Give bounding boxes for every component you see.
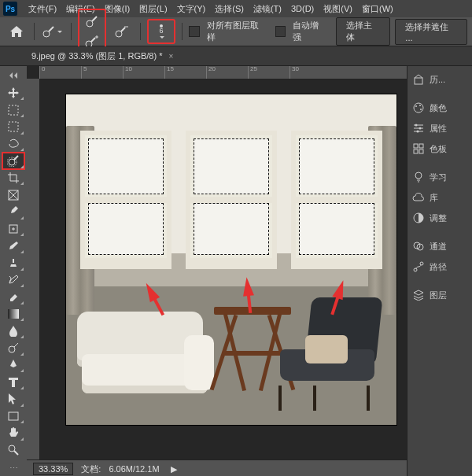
svg-point-15 — [414, 103, 423, 113]
spot-heal-tool[interactable] — [2, 221, 24, 238]
panel-properties[interactable]: 属性 — [407, 118, 472, 138]
menu-type[interactable]: 文字(Y) — [172, 0, 211, 17]
docsize-label: 文档: — [81, 463, 101, 475]
brush-tool[interactable] — [2, 238, 24, 254]
svg-rect-23 — [419, 144, 423, 148]
svg-point-3 — [116, 31, 122, 37]
panel-layers[interactable]: 图层 — [407, 285, 472, 305]
svg-rect-14 — [415, 78, 422, 84]
menu-layer[interactable]: 图层(L) — [135, 0, 171, 17]
home-icon[interactable] — [5, 21, 28, 42]
svg-point-11 — [9, 346, 15, 352]
panel-history[interactable]: 历... — [407, 69, 472, 90]
window-frame — [186, 131, 277, 269]
pen-tool[interactable] — [2, 357, 24, 374]
panel-label: 通道 — [430, 241, 447, 253]
svg-point-26 — [415, 172, 422, 179]
contrast-icon — [412, 212, 425, 224]
crop-tool[interactable] — [2, 170, 24, 186]
annotation-arrow-icon — [138, 275, 160, 302]
panel-label: 调整 — [430, 212, 447, 224]
ruler-tick: 10 — [123, 66, 164, 79]
rectangle-tool[interactable] — [2, 408, 24, 425]
panel-adjustments[interactable]: 调整 — [407, 208, 472, 228]
tools-panel: ⋯ — [0, 66, 27, 476]
dodge-tool[interactable] — [2, 340, 24, 356]
ruler-tick: 15 — [164, 66, 206, 79]
brush-size-dropdown[interactable]: 6 — [149, 21, 173, 42]
artboard-tool[interactable] — [2, 101, 24, 118]
panel-label: 色板 — [430, 143, 447, 155]
svg-point-13 — [9, 445, 15, 452]
sliders-icon — [412, 122, 425, 135]
path-select-tool[interactable] — [2, 391, 24, 408]
history-icon — [412, 73, 425, 86]
lasso-tool[interactable] — [2, 136, 24, 153]
clone-stamp-tool[interactable] — [2, 255, 24, 271]
zoom-field[interactable]: 33.33% — [33, 463, 73, 475]
menu-view[interactable]: 视图(V) — [319, 0, 357, 17]
menu-3d[interactable]: 3D(D) — [286, 0, 319, 17]
status-caret-icon[interactable]: ▶ — [171, 464, 177, 474]
subtract-from-selection-button[interactable] — [111, 21, 134, 42]
panel-label: 颜色 — [430, 102, 447, 114]
hand-tool[interactable] — [2, 425, 24, 441]
lightbulb-icon — [412, 171, 425, 183]
svg-point-16 — [415, 105, 417, 107]
move-tool[interactable] — [2, 85, 24, 101]
new-selection-button[interactable] — [80, 11, 104, 31]
paths-icon — [412, 260, 425, 273]
document-canvas[interactable] — [66, 94, 396, 425]
svg-rect-24 — [414, 149, 418, 153]
annotation-arrow-icon — [241, 271, 254, 296]
selection-marquee — [88, 203, 164, 255]
panel-swatches[interactable]: 色板 — [407, 138, 472, 159]
sample-all-layers-checkbox[interactable] — [189, 26, 200, 37]
auto-enhance-checkbox[interactable] — [275, 26, 286, 37]
panel-channels[interactable]: 通道 — [407, 236, 472, 256]
svg-rect-22 — [414, 144, 418, 148]
gradient-tool[interactable] — [2, 306, 24, 323]
menu-window[interactable]: 窗口(W) — [357, 0, 398, 17]
toolbar-collapse-icon[interactable] — [2, 68, 24, 84]
ruler-horizontal[interactable]: 0 5 10 15 20 25 30 — [39, 66, 407, 79]
panel-paths[interactable]: 路径 — [407, 256, 472, 277]
ruler-tick: 25 — [248, 66, 289, 79]
rect-marquee-tool[interactable] — [2, 119, 24, 135]
svg-point-21 — [417, 131, 419, 133]
panel-learn[interactable]: 学习 — [407, 167, 472, 187]
menu-file[interactable]: 文件(F) — [24, 0, 61, 17]
svg-rect-5 — [9, 122, 18, 131]
type-tool[interactable] — [2, 374, 24, 390]
select-subject-button[interactable]: 选择主体 — [336, 17, 390, 46]
frame-tool[interactable] — [2, 186, 24, 203]
options-bar: 6 对所有图层取样 自动增强 选择主体 选择并遮住 ... — [0, 17, 472, 46]
panel-color[interactable]: 颜色 — [407, 98, 472, 118]
menu-filter[interactable]: 滤镜(T) — [249, 0, 286, 17]
status-bar: 33.33% 文档: 6.06M/12.1M ▶ — [27, 459, 407, 476]
docsize-value: 6.06M/12.1M — [109, 464, 159, 474]
panel-libraries[interactable]: 库 — [407, 187, 472, 208]
history-brush-tool[interactable] — [2, 272, 24, 289]
armchair — [261, 293, 379, 411]
selection-marquee — [88, 138, 164, 194]
ruler-tick: 0 — [39, 66, 81, 79]
zoom-tool[interactable] — [2, 442, 24, 459]
eraser-tool[interactable] — [2, 289, 24, 305]
svg-rect-25 — [419, 149, 423, 153]
tool-preset-dropdown[interactable] — [41, 21, 64, 42]
selection-marquee — [194, 203, 269, 255]
selection-marquee — [299, 203, 374, 255]
blur-tool[interactable] — [2, 323, 24, 339]
edit-toolbar-icon[interactable]: ⋯ — [2, 460, 24, 476]
svg-point-1 — [87, 20, 93, 27]
quick-select-tool[interactable] — [2, 153, 24, 169]
close-tab-icon[interactable]: × — [168, 52, 173, 61]
document-tab[interactable]: 9.jpeg @ 33.3% (图层 1, RGB/8) * — [31, 50, 162, 62]
select-and-mask-button[interactable]: 选择并遮住 ... — [395, 19, 467, 45]
grid-icon — [412, 142, 425, 155]
menu-select[interactable]: 选择(S) — [210, 0, 249, 17]
eyedropper-tool[interactable] — [2, 204, 24, 220]
svg-point-6 — [9, 159, 15, 165]
ruler-vertical[interactable] — [27, 79, 40, 476]
